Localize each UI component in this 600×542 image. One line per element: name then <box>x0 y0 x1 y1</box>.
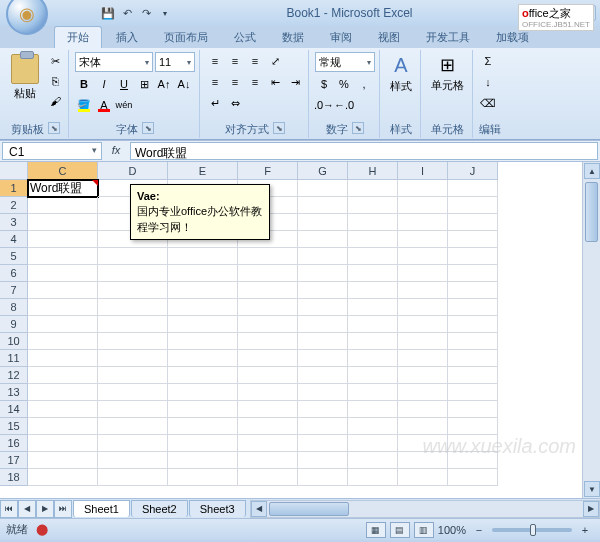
cell-D10[interactable] <box>98 333 168 350</box>
row-header-9[interactable]: 9 <box>0 316 28 333</box>
cell-D17[interactable] <box>98 452 168 469</box>
cell-J10[interactable] <box>448 333 498 350</box>
vertical-scrollbar[interactable]: ▲ ▼ <box>582 162 600 498</box>
cell-G10[interactable] <box>298 333 348 350</box>
macro-record-icon[interactable]: ⬤ <box>36 523 48 536</box>
cell-I14[interactable] <box>398 401 448 418</box>
cell-E13[interactable] <box>168 384 238 401</box>
cell-F13[interactable] <box>238 384 298 401</box>
cell-J14[interactable] <box>448 401 498 418</box>
col-header-D[interactable]: D <box>98 162 168 180</box>
ribbon-tab-2[interactable]: 页面布局 <box>152 27 220 48</box>
cell-J9[interactable] <box>448 316 498 333</box>
cell-E11[interactable] <box>168 350 238 367</box>
cell-grid[interactable]: Word联盟 <box>28 180 582 498</box>
cell-F17[interactable] <box>238 452 298 469</box>
cell-H11[interactable] <box>348 350 398 367</box>
scroll-down-icon[interactable]: ▼ <box>584 481 600 497</box>
cell-H9[interactable] <box>348 316 398 333</box>
cell-G8[interactable] <box>298 299 348 316</box>
fill-icon[interactable]: ↓ <box>479 73 497 91</box>
cell-C4[interactable] <box>28 231 98 248</box>
font-color-button[interactable]: A <box>95 96 113 114</box>
align-left-icon[interactable]: ≡ <box>206 73 224 91</box>
cell-E15[interactable] <box>168 418 238 435</box>
dec-decimal-icon[interactable]: ←.0 <box>335 96 353 114</box>
cell-D15[interactable] <box>98 418 168 435</box>
cell-J7[interactable] <box>448 282 498 299</box>
cell-C12[interactable] <box>28 367 98 384</box>
cell-F12[interactable] <box>238 367 298 384</box>
cell-J15[interactable] <box>448 418 498 435</box>
cell-G2[interactable] <box>298 197 348 214</box>
row-header-13[interactable]: 13 <box>0 384 28 401</box>
cell-H1[interactable] <box>348 180 398 197</box>
cell-F15[interactable] <box>238 418 298 435</box>
cell-D12[interactable] <box>98 367 168 384</box>
fx-icon[interactable]: fx <box>104 141 128 161</box>
cell-E8[interactable] <box>168 299 238 316</box>
font-name-combo[interactable]: 宋体▾ <box>75 52 153 72</box>
scroll-left-icon[interactable]: ◀ <box>251 501 267 517</box>
cell-H14[interactable] <box>348 401 398 418</box>
cell-G9[interactable] <box>298 316 348 333</box>
cell-F18[interactable] <box>238 469 298 486</box>
cell-E10[interactable] <box>168 333 238 350</box>
zoom-level[interactable]: 100% <box>438 524 466 536</box>
row-header-8[interactable]: 8 <box>0 299 28 316</box>
sheet-tab-Sheet2[interactable]: Sheet2 <box>131 500 188 517</box>
cell-J4[interactable] <box>448 231 498 248</box>
cell-D7[interactable] <box>98 282 168 299</box>
row-header-5[interactable]: 5 <box>0 248 28 265</box>
scroll-right-icon[interactable]: ▶ <box>583 501 599 517</box>
cell-F11[interactable] <box>238 350 298 367</box>
cell-I5[interactable] <box>398 248 448 265</box>
redo-icon[interactable]: ↷ <box>138 5 154 21</box>
cell-D9[interactable] <box>98 316 168 333</box>
cell-E6[interactable] <box>168 265 238 282</box>
cell-H6[interactable] <box>348 265 398 282</box>
cell-I3[interactable] <box>398 214 448 231</box>
cell-J17[interactable] <box>448 452 498 469</box>
cell-G15[interactable] <box>298 418 348 435</box>
cell-E12[interactable] <box>168 367 238 384</box>
cell-H12[interactable] <box>348 367 398 384</box>
cell-I2[interactable] <box>398 197 448 214</box>
ribbon-tab-1[interactable]: 插入 <box>104 27 150 48</box>
cell-H4[interactable] <box>348 231 398 248</box>
cell-J1[interactable] <box>448 180 498 197</box>
cell-I12[interactable] <box>398 367 448 384</box>
cell-G11[interactable] <box>298 350 348 367</box>
save-icon[interactable]: 💾 <box>100 5 116 21</box>
cell-G17[interactable] <box>298 452 348 469</box>
qat-customize-icon[interactable]: ▾ <box>157 5 173 21</box>
cell-G7[interactable] <box>298 282 348 299</box>
cell-C1[interactable]: Word联盟 <box>28 180 98 197</box>
cell-C14[interactable] <box>28 401 98 418</box>
align-dialog-launcher[interactable]: ⬊ <box>273 122 285 134</box>
cell-D13[interactable] <box>98 384 168 401</box>
vscroll-thumb[interactable] <box>585 182 598 242</box>
underline-button[interactable]: U <box>115 75 133 93</box>
cell-H16[interactable] <box>348 435 398 452</box>
cell-C6[interactable] <box>28 265 98 282</box>
formula-input[interactable]: Word联盟 <box>130 142 598 160</box>
align-top-icon[interactable]: ≡ <box>206 52 224 70</box>
cell-I13[interactable] <box>398 384 448 401</box>
cell-J16[interactable] <box>448 435 498 452</box>
cell-C9[interactable] <box>28 316 98 333</box>
select-all-corner[interactable] <box>0 162 28 180</box>
cell-G5[interactable] <box>298 248 348 265</box>
cell-I1[interactable] <box>398 180 448 197</box>
currency-icon[interactable]: $ <box>315 75 333 93</box>
cell-H15[interactable] <box>348 418 398 435</box>
cell-I15[interactable] <box>398 418 448 435</box>
font-dialog-launcher[interactable]: ⬊ <box>142 122 154 134</box>
cell-H5[interactable] <box>348 248 398 265</box>
cell-E17[interactable] <box>168 452 238 469</box>
row-header-10[interactable]: 10 <box>0 333 28 350</box>
col-header-C[interactable]: C <box>28 162 98 180</box>
col-header-G[interactable]: G <box>298 162 348 180</box>
cell-I11[interactable] <box>398 350 448 367</box>
shrink-font-button[interactable]: A↓ <box>175 75 193 93</box>
